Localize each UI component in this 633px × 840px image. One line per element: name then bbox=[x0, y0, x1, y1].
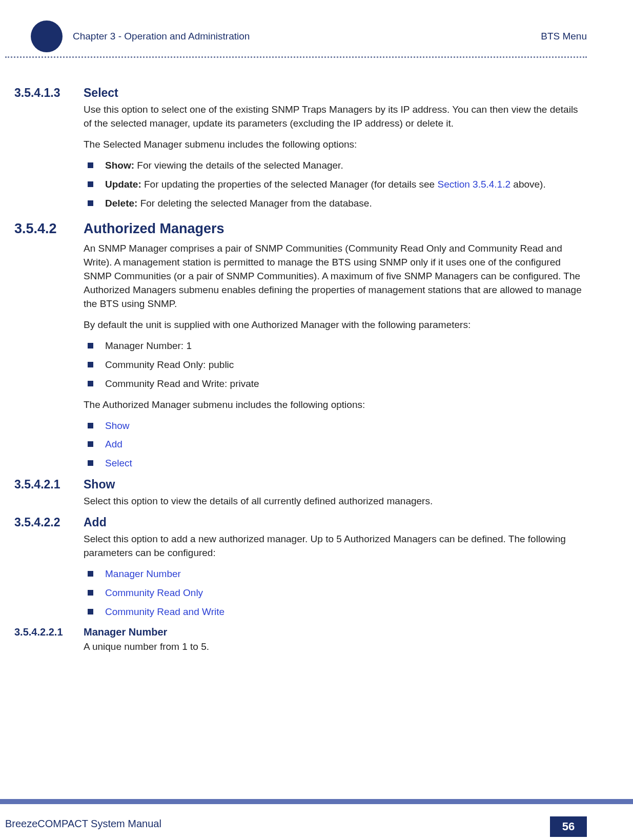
heading-text: Authorized Managers bbox=[84, 221, 587, 237]
heading-show: 3.5.4.2.1 Show bbox=[14, 478, 587, 491]
options-list: Show: For viewing the details of the sel… bbox=[84, 159, 587, 211]
heading-number: 3.5.4.2.2.1 bbox=[14, 626, 84, 638]
label-show: Show: bbox=[105, 160, 134, 171]
para: An SNMP Manager comprises a pair of SNMP… bbox=[84, 242, 587, 311]
heading-add: 3.5.4.2.2 Add bbox=[14, 516, 587, 529]
heading-text: Show bbox=[84, 478, 587, 491]
page-number: 56 bbox=[550, 816, 587, 837]
heading-text: Add bbox=[84, 516, 587, 529]
list-item: Update: For updating the properties of t… bbox=[84, 178, 576, 192]
text: Community Read Only: public bbox=[105, 359, 234, 370]
link-manager-number[interactable]: Manager Number bbox=[105, 568, 181, 579]
para: The Selected Manager submenu includes th… bbox=[84, 138, 587, 152]
heading-select: 3.5.4.1.3 Select bbox=[14, 86, 587, 100]
list-item: Add bbox=[84, 438, 576, 452]
link-community-read-only[interactable]: Community Read Only bbox=[105, 587, 203, 598]
list-item: Community Read and Write bbox=[84, 605, 576, 619]
list-item: Select bbox=[84, 457, 576, 470]
para: Select this option to view the details o… bbox=[84, 495, 587, 508]
list-item: Manager Number: 1 bbox=[84, 339, 576, 353]
list-item: Community Read Only bbox=[84, 586, 576, 600]
list-item: Show bbox=[84, 419, 576, 433]
list-item: Community Read and Write: private bbox=[84, 377, 576, 391]
heading-text: Manager Number bbox=[84, 626, 587, 638]
defaults-list: Manager Number: 1 Community Read Only: p… bbox=[84, 339, 587, 391]
manual-title: BreezeCOMPACT System Manual bbox=[5, 818, 161, 830]
text: Manager Number: 1 bbox=[105, 340, 192, 351]
text: For deleting the selected Manager from t… bbox=[137, 198, 372, 209]
para: Select this option to add a new authoriz… bbox=[84, 532, 587, 560]
link-section-ref[interactable]: Section 3.5.4.1.2 bbox=[437, 179, 511, 190]
params-list: Manager Number Community Read Only Commu… bbox=[84, 567, 587, 619]
para: The Authorized Manager submenu includes … bbox=[84, 398, 587, 412]
para: Use this option to select one of the exi… bbox=[84, 103, 587, 131]
heading-manager-number: 3.5.4.2.2.1 Manager Number bbox=[14, 626, 587, 638]
logo-icon bbox=[31, 21, 63, 52]
heading-text: Select bbox=[84, 86, 587, 100]
list-item: Community Read Only: public bbox=[84, 358, 576, 372]
text: Community Read and Write: private bbox=[105, 378, 259, 389]
link-community-read-write[interactable]: Community Read and Write bbox=[105, 606, 224, 617]
list-item: Show: For viewing the details of the sel… bbox=[84, 159, 576, 173]
link-select[interactable]: Select bbox=[105, 458, 132, 468]
text: For updating the properties of the selec… bbox=[141, 179, 438, 190]
chapter-title: Chapter 3 - Operation and Administration bbox=[73, 31, 250, 42]
heading-number: 3.5.4.1.3 bbox=[14, 86, 84, 100]
heading-number: 3.5.4.2.1 bbox=[14, 478, 84, 491]
page-header: Chapter 3 - Operation and Administration… bbox=[5, 21, 587, 52]
header-divider bbox=[5, 56, 587, 58]
link-add[interactable]: Add bbox=[105, 439, 122, 449]
link-show[interactable]: Show bbox=[105, 420, 130, 431]
footer-bar bbox=[0, 799, 633, 804]
label-delete: Delete: bbox=[105, 198, 137, 209]
submenu-options-list: Show Add Select bbox=[84, 419, 587, 471]
list-item: Delete: For deleting the selected Manage… bbox=[84, 197, 576, 211]
text: For viewing the details of the selected … bbox=[134, 160, 343, 171]
heading-authorized-managers: 3.5.4.2 Authorized Managers bbox=[14, 221, 587, 237]
list-item: Manager Number bbox=[84, 567, 576, 581]
para: By default the unit is supplied with one… bbox=[84, 318, 587, 332]
heading-number: 3.5.4.2 bbox=[14, 221, 84, 237]
text: above). bbox=[511, 179, 546, 190]
para: A unique number from 1 to 5. bbox=[84, 640, 587, 654]
menu-title: BTS Menu bbox=[541, 31, 587, 42]
heading-number: 3.5.4.2.2 bbox=[14, 516, 84, 529]
label-update: Update: bbox=[105, 179, 141, 190]
